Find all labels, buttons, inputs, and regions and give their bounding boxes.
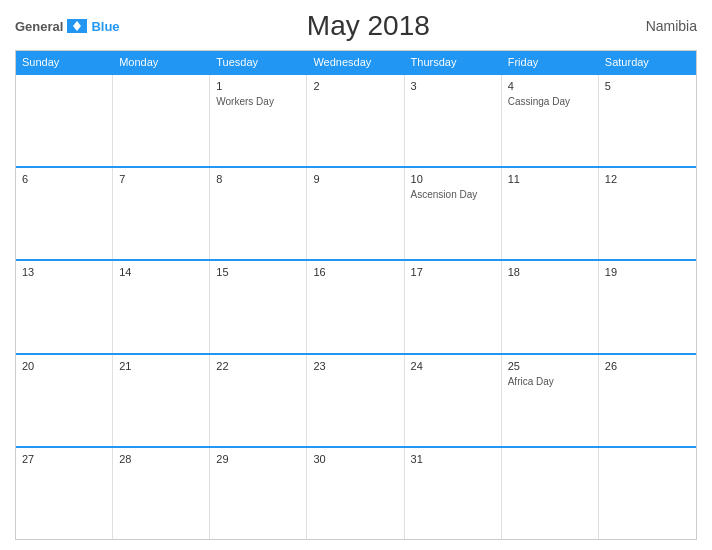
- day-number: 25: [508, 360, 592, 372]
- day-event: Ascension Day: [411, 189, 495, 200]
- day-number: 26: [605, 360, 690, 372]
- day-number: 4: [508, 80, 592, 92]
- day-cell: 17: [405, 261, 502, 352]
- day-cell: 25Africa Day: [502, 355, 599, 446]
- day-cell: 23: [307, 355, 404, 446]
- day-number: 5: [605, 80, 690, 92]
- week-row-4: 202122232425Africa Day26: [16, 353, 696, 446]
- day-header-tuesday: Tuesday: [210, 51, 307, 73]
- day-cell: 2: [307, 75, 404, 166]
- day-cell: 20: [16, 355, 113, 446]
- day-number: 17: [411, 266, 495, 278]
- day-cell: 24: [405, 355, 502, 446]
- day-number: 12: [605, 173, 690, 185]
- day-cell: [599, 448, 696, 539]
- day-number: 29: [216, 453, 300, 465]
- day-cell: [113, 75, 210, 166]
- day-cell: 31: [405, 448, 502, 539]
- day-number: 7: [119, 173, 203, 185]
- day-header-saturday: Saturday: [599, 51, 696, 73]
- day-number: 8: [216, 173, 300, 185]
- day-number: 3: [411, 80, 495, 92]
- day-header-friday: Friday: [502, 51, 599, 73]
- day-number: 20: [22, 360, 106, 372]
- day-cell: 15: [210, 261, 307, 352]
- day-cell: 8: [210, 168, 307, 259]
- week-row-2: 678910Ascension Day1112: [16, 166, 696, 259]
- day-event: Africa Day: [508, 376, 592, 387]
- day-number: 19: [605, 266, 690, 278]
- day-cell: 22: [210, 355, 307, 446]
- day-number: 14: [119, 266, 203, 278]
- day-number: 10: [411, 173, 495, 185]
- day-number: 1: [216, 80, 300, 92]
- day-cell: 28: [113, 448, 210, 539]
- calendar: SundayMondayTuesdayWednesdayThursdayFrid…: [15, 50, 697, 540]
- day-cell: 27: [16, 448, 113, 539]
- day-header-monday: Monday: [113, 51, 210, 73]
- logo-general: General: [15, 19, 63, 34]
- day-cell: 10Ascension Day: [405, 168, 502, 259]
- country-label: Namibia: [617, 18, 697, 34]
- page: General Blue May 2018 Namibia SundayMond…: [0, 0, 712, 550]
- week-row-5: 2728293031: [16, 446, 696, 539]
- day-number: 15: [216, 266, 300, 278]
- day-number: 16: [313, 266, 397, 278]
- day-number: 28: [119, 453, 203, 465]
- day-number: 30: [313, 453, 397, 465]
- week-row-3: 13141516171819: [16, 259, 696, 352]
- logo-flag-icon: [67, 19, 87, 33]
- day-cell: 1Workers Day: [210, 75, 307, 166]
- weeks-container: 1Workers Day234Cassinga Day5678910Ascens…: [16, 73, 696, 539]
- day-cell: 3: [405, 75, 502, 166]
- day-number: 24: [411, 360, 495, 372]
- day-cell: [16, 75, 113, 166]
- day-number: 18: [508, 266, 592, 278]
- day-cell: 21: [113, 355, 210, 446]
- day-cell: 6: [16, 168, 113, 259]
- day-cell: 4Cassinga Day: [502, 75, 599, 166]
- day-cell: 29: [210, 448, 307, 539]
- day-number: 11: [508, 173, 592, 185]
- day-cell: 11: [502, 168, 599, 259]
- header: General Blue May 2018 Namibia: [15, 10, 697, 42]
- day-header-thursday: Thursday: [405, 51, 502, 73]
- day-cell: 5: [599, 75, 696, 166]
- logo-blue: Blue: [91, 19, 119, 34]
- day-number: 22: [216, 360, 300, 372]
- day-number: 6: [22, 173, 106, 185]
- day-cell: 26: [599, 355, 696, 446]
- day-header-wednesday: Wednesday: [307, 51, 404, 73]
- logo: General Blue: [15, 17, 120, 35]
- day-header-sunday: Sunday: [16, 51, 113, 73]
- day-number: 31: [411, 453, 495, 465]
- day-cell: 30: [307, 448, 404, 539]
- calendar-title: May 2018: [120, 10, 617, 42]
- day-cell: 19: [599, 261, 696, 352]
- day-cell: 18: [502, 261, 599, 352]
- day-cell: [502, 448, 599, 539]
- day-headers: SundayMondayTuesdayWednesdayThursdayFrid…: [16, 51, 696, 73]
- day-cell: 16: [307, 261, 404, 352]
- day-number: 2: [313, 80, 397, 92]
- day-number: 27: [22, 453, 106, 465]
- day-cell: 14: [113, 261, 210, 352]
- day-number: 21: [119, 360, 203, 372]
- day-cell: 13: [16, 261, 113, 352]
- day-number: 9: [313, 173, 397, 185]
- day-cell: 9: [307, 168, 404, 259]
- week-row-1: 1Workers Day234Cassinga Day5: [16, 73, 696, 166]
- day-event: Workers Day: [216, 96, 300, 107]
- day-number: 23: [313, 360, 397, 372]
- day-event: Cassinga Day: [508, 96, 592, 107]
- day-number: 13: [22, 266, 106, 278]
- day-cell: 12: [599, 168, 696, 259]
- day-cell: 7: [113, 168, 210, 259]
